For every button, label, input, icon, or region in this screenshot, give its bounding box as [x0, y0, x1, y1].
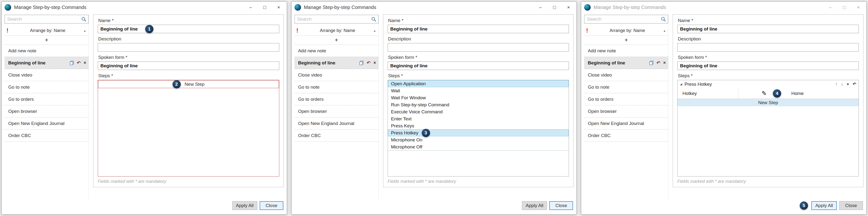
menu-item-run-step-by-step-command[interactable]: Run Step-by-step Command	[388, 101, 569, 108]
delete-icon[interactable]: ×	[84, 60, 86, 65]
command-item[interactable]: Order CBC	[294, 129, 378, 142]
dialog-body: ! Arrange by: Name ▲ + Add new note Begi…	[291, 13, 577, 201]
maximize-button[interactable]: □	[258, 2, 272, 12]
command-item-selected[interactable]: Beginning of line ↶ ×	[5, 57, 89, 69]
close-window-button[interactable]: ×	[851, 2, 865, 12]
undo-step-icon[interactable]: ↶	[853, 82, 856, 87]
command-item[interactable]: Add new note	[294, 45, 378, 57]
command-item-actions: ↶ ×	[359, 60, 376, 66]
spoken-form-input[interactable]	[677, 62, 859, 70]
close-button[interactable]: Close	[260, 201, 283, 210]
dialog-body: ! Arrange by: Name ▲ + Add new note Begi…	[581, 13, 866, 201]
command-item[interactable]: Close video	[584, 69, 668, 81]
menu-item-wait-for-window[interactable]: Wait For Window	[388, 94, 569, 101]
minimize-button[interactable]: –	[244, 2, 258, 12]
description-input[interactable]	[677, 43, 859, 52]
new-step-button[interactable]: New Step	[678, 99, 859, 106]
search-icon[interactable]	[371, 17, 376, 22]
description-input[interactable]	[98, 43, 279, 52]
add-command-button[interactable]: +	[5, 36, 89, 45]
hotkey-label: Hotkey	[678, 91, 738, 96]
apply-all-button[interactable]: Apply All	[522, 201, 547, 210]
command-item[interactable]: Go to orders	[584, 93, 668, 105]
copy-icon[interactable]	[359, 61, 364, 65]
copy-icon[interactable]	[70, 61, 74, 65]
move-step-down-icon[interactable]: ↓	[841, 82, 843, 87]
edit-pencil-icon[interactable]: ✎	[762, 90, 767, 97]
command-item[interactable]: Go to orders	[5, 93, 89, 105]
add-command-button[interactable]: +	[584, 36, 668, 45]
description-input[interactable]	[388, 43, 569, 52]
command-item-selected[interactable]: Beginning of line ↶ ×	[584, 57, 668, 69]
command-item[interactable]: Open browser	[584, 105, 668, 118]
name-input[interactable]	[677, 25, 859, 33]
menu-item-microphone-on[interactable]: Microphone On	[388, 136, 569, 143]
description-field	[388, 43, 569, 52]
command-item[interactable]: Go to note	[294, 81, 378, 93]
search-icon[interactable]	[661, 17, 666, 22]
minimize-button[interactable]: –	[533, 2, 547, 12]
menu-item-execute-voice-command[interactable]: Execute Voice Command	[388, 108, 569, 115]
undo-icon[interactable]: ↶	[367, 60, 370, 66]
copy-icon[interactable]	[649, 61, 654, 65]
command-item[interactable]: Open New England Journal	[5, 118, 89, 129]
arrange-by-row[interactable]: ! Arrange by: Name ▲	[584, 26, 668, 36]
maximize-button[interactable]: □	[547, 2, 561, 12]
search-input[interactable]	[5, 15, 89, 24]
command-item[interactable]: Go to note	[584, 81, 668, 93]
close-window-button[interactable]: ×	[272, 2, 286, 12]
description-label: Description	[98, 36, 279, 42]
menu-item-open-application[interactable]: Open Application	[388, 80, 569, 87]
search-icon[interactable]	[81, 17, 86, 22]
arrange-by-row[interactable]: ! Arrange by: Name ▲	[5, 26, 89, 36]
command-item[interactable]: Open New England Journal	[584, 118, 668, 129]
undo-icon[interactable]: ↶	[656, 60, 660, 66]
search-input[interactable]	[584, 15, 668, 24]
command-form: Name * Description Spoken form * Steps *…	[673, 14, 863, 187]
menu-item-wait[interactable]: Wait	[388, 87, 569, 94]
command-item[interactable]: Open browser	[294, 105, 378, 118]
name-input[interactable]	[388, 25, 569, 33]
spoken-form-input[interactable]	[98, 62, 279, 70]
command-item[interactable]: Open browser	[5, 105, 89, 118]
maximize-button[interactable]: □	[837, 2, 851, 12]
command-form: Name * 1 Description Spoken form * Steps…	[93, 14, 284, 187]
command-item[interactable]: Close video	[294, 69, 378, 81]
undo-icon[interactable]: ↶	[77, 60, 81, 66]
hotkey-value[interactable]: Home	[791, 91, 804, 96]
close-button[interactable]: Close	[549, 201, 573, 210]
close-button[interactable]: Close	[839, 201, 863, 210]
titlebar: Manage Step-by-step Commands – □ ×	[291, 2, 577, 13]
minimize-button[interactable]: –	[823, 2, 837, 12]
delete-step-icon[interactable]: ×	[847, 82, 849, 87]
delete-icon[interactable]: ×	[373, 60, 376, 65]
menu-item-microphone-off[interactable]: Microphone Off	[388, 143, 569, 150]
search-input[interactable]	[294, 15, 378, 24]
apply-all-button[interactable]: Apply All	[232, 201, 257, 210]
command-item-selected[interactable]: Beginning of line ↶ ×	[294, 57, 378, 69]
menu-item-press-hotkey[interactable]: Press Hotkey 3	[388, 129, 569, 136]
command-item[interactable]: Open New England Journal	[294, 118, 378, 129]
command-item[interactable]: Add new note	[584, 45, 668, 57]
command-item[interactable]: Order CBC	[584, 129, 668, 142]
command-item[interactable]: Add new note	[5, 45, 89, 57]
collapse-expander-icon[interactable]: ◢	[680, 83, 682, 86]
name-input[interactable]	[98, 25, 279, 33]
move-step-up-icon[interactable]: ↑	[835, 82, 838, 87]
command-item[interactable]: Go to note	[5, 81, 89, 93]
close-window-button[interactable]: ×	[561, 2, 576, 12]
add-command-button[interactable]: +	[294, 36, 378, 45]
command-item[interactable]: Close video	[5, 69, 89, 81]
command-item[interactable]: Order CBC	[5, 129, 89, 142]
menu-item-enter-text[interactable]: Enter Text	[388, 115, 569, 122]
apply-all-button[interactable]: Apply All	[811, 201, 837, 210]
new-step-button[interactable]: 2 New Step	[98, 80, 279, 88]
new-step-label: New Step	[185, 82, 205, 87]
spoken-form-input[interactable]	[388, 62, 569, 70]
hotkey-capture-area[interactable]: ✎ 4 Home	[738, 89, 859, 98]
step-item-header[interactable]: ◢ Press Hotkey ↑ ↓ × ↶	[678, 80, 859, 88]
delete-icon[interactable]: ×	[663, 60, 666, 65]
arrange-by-row[interactable]: ! Arrange by: Name ▲	[294, 26, 378, 36]
menu-item-press-keys[interactable]: Press Keys	[388, 122, 569, 129]
command-item[interactable]: Go to orders	[294, 93, 378, 105]
